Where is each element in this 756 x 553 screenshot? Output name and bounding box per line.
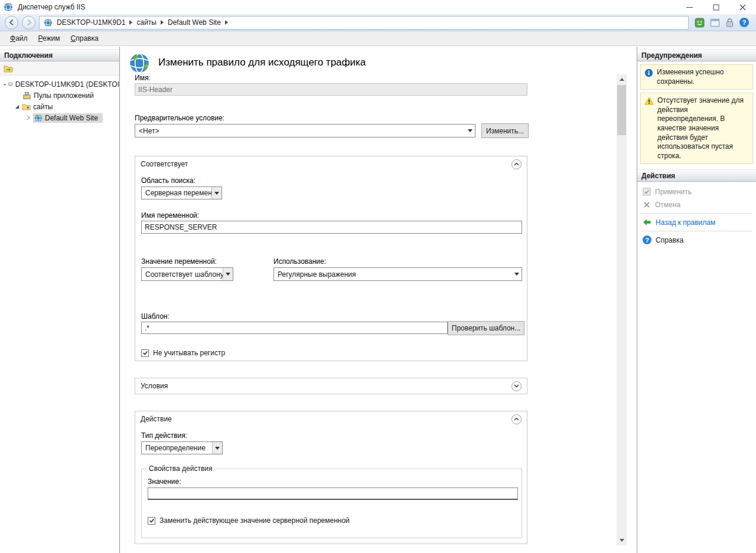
conditions-section: Условия	[135, 378, 527, 394]
warning-alert-text: Отсутствует значение для действия переоп…	[657, 96, 749, 161]
help-action[interactable]: ? Справка	[637, 233, 756, 247]
help-icon: ?	[643, 235, 651, 244]
warning-icon	[644, 97, 654, 105]
page-globe-icon	[129, 53, 150, 74]
precondition-label: Предварительное условие:	[135, 114, 224, 122]
maximize-button[interactable]	[703, 0, 729, 14]
tree-expanded-icon[interactable]	[14, 104, 19, 109]
page-title: Изменить правило для исходящего трафика	[158, 57, 366, 68]
match-section: Соответствует Область поиска: Серверная …	[135, 156, 527, 361]
breadcrumb-arrow-icon	[129, 20, 132, 25]
tree-item-label: сайты	[33, 103, 53, 111]
site-globe-icon	[44, 18, 53, 27]
scroll-up-icon[interactable]	[617, 74, 627, 84]
tree-item-app-pools[interactable]: Пулы приложений	[0, 90, 119, 101]
back-arrow-icon	[643, 218, 651, 227]
apply-label: Применить	[655, 188, 692, 196]
action-type-select[interactable]: Переопределение	[141, 441, 223, 454]
scrollbar-thumb[interactable]	[617, 85, 626, 135]
chevron-down-icon	[465, 125, 475, 137]
connections-toolbar	[0, 61, 119, 76]
breadcrumb-arrow-icon	[225, 20, 228, 25]
action-value-input[interactable]	[148, 487, 518, 500]
info-alert: Изменения успешно сохранены.	[640, 64, 753, 90]
server-icon	[8, 80, 13, 89]
info-alert-text: Изменения успешно сохранены.	[657, 68, 749, 86]
variable-value-select[interactable]: Соответствует шаблону	[141, 267, 233, 281]
ignore-case-checkbox[interactable]	[141, 349, 149, 357]
conditions-section-title: Условия	[141, 382, 168, 390]
pattern-input[interactable]	[141, 322, 448, 334]
variable-name-input[interactable]	[141, 221, 522, 234]
connections-tree: DESKTOP-U1MK9D1 (DESKTOI Пулы приложений…	[0, 76, 119, 123]
forward-button[interactable]	[22, 16, 35, 30]
breadcrumb-item-server[interactable]: DESKTOP-U1MK9D1	[57, 18, 125, 27]
menu-help[interactable]: Справка	[66, 32, 104, 45]
help-label[interactable]: Справка	[656, 236, 683, 244]
action-value-label: Значение:	[148, 477, 181, 486]
feedback-icon[interactable]	[695, 18, 705, 28]
action-section-header: Действие	[135, 411, 527, 427]
action-section: Действие Тип действия: Переопределение С…	[135, 411, 527, 544]
collapse-icon[interactable]	[511, 159, 522, 169]
apply-action: Применить	[637, 185, 756, 198]
vertical-scrollbar[interactable]	[617, 74, 627, 545]
breadcrumb-arrow-icon	[161, 20, 164, 25]
actions-separator	[641, 213, 752, 214]
menu-bar: Файл Режим Справка	[0, 31, 756, 46]
iis-app-icon	[4, 2, 13, 12]
tree-item-label: Default Web Site	[45, 114, 98, 122]
replace-value-label: Заменить действующее значение серверной …	[159, 516, 350, 525]
ignore-case-label: Не учитывать регистр	[153, 349, 225, 357]
back-to-rules-action[interactable]: Назад к правилам	[637, 215, 756, 229]
sites-folder-icon	[22, 103, 31, 110]
edit-precondition-button[interactable]: Изменить...	[481, 123, 529, 138]
help-icon[interactable]: ?	[739, 18, 749, 27]
save-connection-icon[interactable]	[4, 64, 13, 73]
connections-header: Подключения	[0, 49, 119, 61]
minimize-button[interactable]	[676, 0, 703, 14]
chevron-down-icon	[511, 268, 522, 280]
variable-name-label: Имя переменной:	[141, 211, 199, 220]
chevron-down-icon	[212, 442, 222, 454]
window-title: Диспетчер служб IIS	[18, 3, 85, 11]
actions-list: Применить Отмена Назад к правилам ? Спра…	[637, 182, 756, 247]
selected-tree-item[interactable]: Default Web Site	[33, 113, 103, 123]
collapse-icon[interactable]	[511, 414, 522, 424]
apply-icon	[643, 188, 651, 196]
menu-view[interactable]: Режим	[33, 32, 66, 45]
address-bar: DESKTOP-U1MK9D1 сайты Default Web Site	[0, 14, 756, 31]
scope-value: Серверная переменн	[145, 189, 211, 197]
title-bar: Диспетчер служб IIS	[0, 0, 756, 14]
action-properties-group: Свойства действия Значение: Заменить дей…	[141, 469, 522, 538]
name-label: Имя:	[135, 74, 151, 82]
breadcrumb-item-default-web-site[interactable]: Default Web Site	[168, 18, 221, 27]
scope-select[interactable]: Серверная переменн	[141, 186, 222, 199]
tree-collapsed-icon[interactable]	[26, 115, 31, 120]
lock-icon[interactable]	[725, 18, 734, 28]
tree-item-label: DESKTOP-U1MK9D1 (DESKTOI	[15, 80, 119, 89]
usage-value: Регулярные выражения	[278, 270, 356, 279]
variable-value-label: Значение переменной:	[141, 257, 217, 266]
match-section-header: Соответствует	[135, 156, 527, 172]
usage-label: Использование:	[273, 257, 326, 266]
expand-icon[interactable]	[511, 381, 522, 391]
tree-expanded-icon[interactable]	[3, 81, 6, 87]
breadcrumb-item-sites[interactable]: сайты	[136, 18, 157, 27]
back-to-rules-label[interactable]: Назад к правилам	[656, 218, 715, 227]
menu-file[interactable]: Файл	[5, 32, 33, 45]
usage-select[interactable]: Регулярные выражения	[273, 267, 522, 281]
replace-value-checkbox[interactable]	[148, 517, 155, 525]
tree-item-sites[interactable]: сайты	[0, 101, 119, 112]
address-bar-icons: ?	[692, 18, 751, 28]
back-button[interactable]	[5, 16, 18, 30]
actions-header: Действия	[637, 169, 756, 182]
tree-item-default-web-site[interactable]: Default Web Site	[0, 112, 119, 123]
test-pattern-button[interactable]: Проверить шаблон...	[448, 321, 524, 335]
tree-item-server[interactable]: DESKTOP-U1MK9D1 (DESKTOI	[0, 78, 119, 90]
precondition-select[interactable]: <Нет>	[135, 124, 475, 138]
action-type-label: Тип действия:	[141, 431, 187, 440]
scroll-down-icon[interactable]	[617, 535, 627, 545]
close-button[interactable]	[729, 0, 756, 14]
message-window-icon[interactable]	[710, 18, 720, 28]
